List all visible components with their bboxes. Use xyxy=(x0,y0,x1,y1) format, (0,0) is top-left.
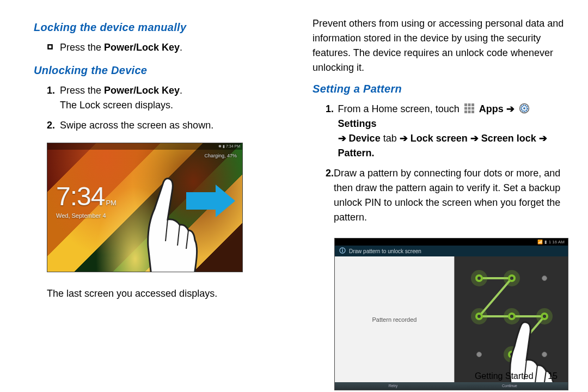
svg-rect-10 xyxy=(471,111,474,113)
svg-rect-8 xyxy=(464,111,467,113)
arrow-icon: ➔ xyxy=(338,133,346,144)
step-number: 2. xyxy=(47,118,60,133)
text-bold: Device xyxy=(349,133,381,144)
heading-locking: Locking the device manually xyxy=(34,21,293,34)
text-bold: Settings xyxy=(338,118,377,129)
text-bold: Lock screen xyxy=(411,133,468,144)
clock-time: 7:34 xyxy=(56,182,105,211)
svg-rect-3 xyxy=(468,103,470,106)
arrow-icon: ➔ xyxy=(400,133,408,144)
step-text: Draw a pattern by connecting four dots o… xyxy=(334,166,572,225)
text: From a Home screen, touch xyxy=(338,103,462,114)
apps-grid-icon xyxy=(463,102,475,114)
arrow-icon: ➔ xyxy=(539,133,547,144)
pattern-dot xyxy=(476,314,482,319)
svg-rect-16 xyxy=(342,250,343,252)
pattern-dot xyxy=(509,275,514,281)
pattern-dot xyxy=(542,314,547,319)
text: . xyxy=(180,42,182,53)
heading-setting-pattern: Setting a Pattern xyxy=(313,83,572,95)
svg-rect-6 xyxy=(468,107,470,110)
step-text: Swipe across the screen as shown. xyxy=(60,118,213,133)
text: Press the xyxy=(60,85,104,96)
right-column: Prevent others from using or accessing p… xyxy=(313,16,572,381)
heading-unlocking: Unlocking the Device xyxy=(34,64,293,77)
text-bold: Apps xyxy=(479,103,504,114)
charging-label: Charging, 47% xyxy=(204,153,237,158)
swipe-arrow-icon xyxy=(186,192,216,210)
svg-rect-7 xyxy=(471,107,474,110)
step-1-pattern: 1. From a Home screen, touch Apps ➔ xyxy=(326,102,572,161)
svg-rect-1 xyxy=(49,46,52,48)
pattern-grid xyxy=(455,256,568,382)
bullet-text: Press the Power/Lock Key. xyxy=(60,40,182,55)
pattern-dot xyxy=(542,275,547,281)
figure-swipe-lockscreen: ✱ ▮ 7:34 PM Charging, 47% 7:34PM Wed, Se… xyxy=(47,143,293,272)
settings-gear-icon xyxy=(518,102,530,114)
figure-pattern-screen: 📶 ▮ 1 16 AM Draw pattern to unlock scree… xyxy=(334,238,572,390)
step-2-unlock: 2. Swipe across the screen as shown. xyxy=(47,118,293,133)
bullet-press-power: Press the Power/Lock Key. xyxy=(47,40,293,55)
pattern-button-bar: Retry Continue xyxy=(335,382,568,390)
pattern-recorded-label: Pattern recorded xyxy=(335,256,455,382)
pattern-header: Draw pattern to unlock screen xyxy=(335,246,568,256)
step-text: Press the Power/Lock Key. The Lock scree… xyxy=(60,83,182,113)
status-time: 1 16 AM xyxy=(549,240,565,244)
info-icon xyxy=(339,247,346,255)
status-bar: ✱ ▮ 7:34 PM xyxy=(47,143,242,150)
step-text: From a Home screen, touch Apps ➔ xyxy=(338,102,572,161)
after-figure-text: The last screen you accessed displays. xyxy=(47,286,293,301)
pattern-dot xyxy=(509,314,514,319)
lockscreen-clock: 7:34PM Wed, September 4 xyxy=(56,181,117,219)
intro-paragraph: Prevent others from using or accessing p… xyxy=(313,16,572,75)
text: The Lock screen displays. xyxy=(60,100,173,111)
svg-rect-2 xyxy=(464,103,467,106)
retry-button[interactable]: Retry xyxy=(335,382,451,390)
text-bold: Screen lock xyxy=(481,133,536,144)
pattern-dot xyxy=(476,352,482,357)
text-bold: Power/Lock Key xyxy=(104,42,180,53)
text-bold: Pattern xyxy=(338,148,372,158)
step-number: 1. xyxy=(326,102,338,117)
page-number: 15 xyxy=(536,371,558,381)
continue-button[interactable]: Continue xyxy=(451,382,568,390)
text: tab xyxy=(381,133,400,144)
step-number: 1. xyxy=(47,83,60,98)
status-bar: 📶 ▮ 1 16 AM xyxy=(335,238,568,246)
status-time: 7:34 PM xyxy=(226,144,240,148)
page-footer: Getting Started 15 xyxy=(475,371,558,381)
svg-point-15 xyxy=(342,249,343,250)
screenshot-pattern: 📶 ▮ 1 16 AM Draw pattern to unlock scree… xyxy=(334,238,568,390)
svg-point-13 xyxy=(523,107,525,109)
pattern-dot xyxy=(476,275,482,281)
text-bold: Power/Lock Key xyxy=(104,85,180,96)
arrow-icon: ➔ xyxy=(506,103,514,114)
clock-date: Wed, September 4 xyxy=(56,212,117,219)
clock-ampm: PM xyxy=(106,199,117,207)
section-name: Getting Started xyxy=(475,371,534,381)
text: . xyxy=(180,85,182,96)
step-2-pattern: 2. Draw a pattern by connecting four dot… xyxy=(326,166,572,225)
svg-line-18 xyxy=(479,278,512,316)
hand-illustration xyxy=(115,176,203,272)
left-column: Locking the device manually Press the Po… xyxy=(34,16,293,381)
square-bullet-icon xyxy=(47,40,60,54)
screenshot-lockscreen: ✱ ▮ 7:34 PM Charging, 47% 7:34PM Wed, Se… xyxy=(47,143,243,272)
step-1-unlock: 1. Press the Power/Lock Key. The Lock sc… xyxy=(47,83,293,113)
svg-rect-4 xyxy=(471,103,474,106)
text: Press the xyxy=(60,42,104,53)
svg-rect-5 xyxy=(464,107,467,110)
step-number: 2. xyxy=(326,166,334,181)
svg-rect-9 xyxy=(468,111,470,113)
arrow-icon: ➔ xyxy=(470,133,479,144)
header-text: Draw pattern to unlock screen xyxy=(349,248,421,254)
